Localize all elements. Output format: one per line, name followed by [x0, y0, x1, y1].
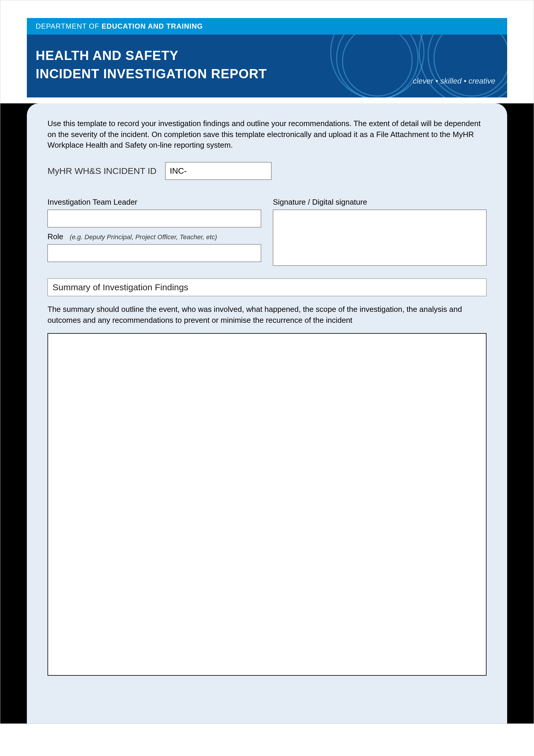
page: DEPARTMENT OF EDUCATION AND TRAINING HEA…: [0, 0, 534, 724]
intro-text: Use this template to record your investi…: [47, 118, 487, 150]
header-area: DEPARTMENT OF EDUCATION AND TRAINING HEA…: [0, 0, 534, 103]
incident-id-input[interactable]: [165, 162, 271, 180]
content-backdrop: Use this template to record your investi…: [0, 103, 534, 723]
role-hint: (e.g. Deputy Principal, Project Officer,…: [70, 233, 217, 241]
title-line-1: HEALTH AND SAFETY: [36, 48, 178, 63]
summary-heading: Summary of Investigation Findings: [47, 279, 487, 296]
signature-column: Signature / Digital signature: [273, 198, 487, 267]
summary-description: The summary should outline the event, wh…: [47, 304, 487, 325]
leader-column: Investigation Team Leader Role (e.g. Dep…: [47, 198, 261, 267]
leader-signature-row: Investigation Team Leader Role (e.g. Dep…: [47, 198, 487, 267]
incident-id-label: MyHR WH&S INCIDENT ID: [47, 166, 156, 176]
role-label-text: Role: [47, 232, 63, 241]
department-prefix: DEPARTMENT OF: [36, 22, 101, 30]
team-leader-input[interactable]: [47, 210, 261, 228]
summary-textarea[interactable]: [47, 333, 487, 676]
role-input[interactable]: [47, 244, 261, 262]
signature-label: Signature / Digital signature: [273, 198, 487, 207]
incident-id-row: MyHR WH&S INCIDENT ID: [47, 162, 487, 180]
role-label: Role (e.g. Deputy Principal, Project Off…: [47, 232, 261, 241]
team-leader-label: Investigation Team Leader: [47, 198, 261, 207]
title-bar: HEALTH AND SAFETY INCIDENT INVESTIGATION…: [27, 35, 507, 97]
signature-box[interactable]: [273, 210, 487, 266]
title-line-2: INCIDENT INVESTIGATION REPORT: [36, 67, 267, 81]
form-panel: Use this template to record your investi…: [27, 103, 507, 723]
tagline: clever • skilled • creative: [413, 76, 496, 86]
department-bar: DEPARTMENT OF EDUCATION AND TRAINING: [27, 18, 507, 35]
department-name: EDUCATION AND TRAINING: [101, 22, 203, 30]
